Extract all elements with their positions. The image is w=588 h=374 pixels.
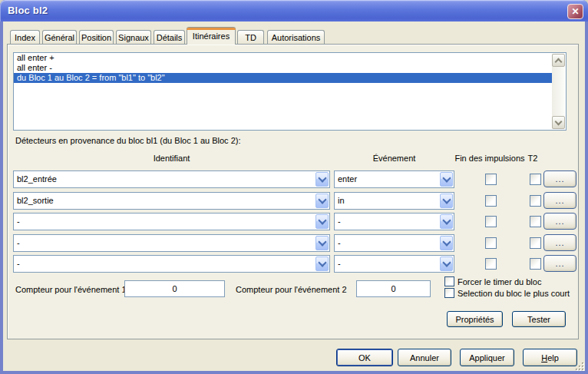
chevron-down-icon [318,195,326,204]
t2-checkbox-row-5[interactable] [530,258,541,270]
forcer-timer-checkbox[interactable] [444,276,454,286]
forcer-timer-label: Forcer le timer du bloc [458,277,541,286]
tab-autorisations[interactable]: Autorisations [267,30,325,44]
scroll-up-icon [555,58,563,65]
fin-impulsions-checkbox-row-3[interactable] [485,216,497,227]
column-header-identifiant: Identifiant [13,154,330,163]
counter1-input[interactable] [124,280,225,297]
list-item-selected[interactable]: du Bloc 1 au Bloc 2 = from "bl1" to "bl2… [14,73,552,83]
tab-itineraires[interactable]: Itinéraires [187,27,236,45]
evenement-combobox-row-1[interactable]: enter [334,170,454,188]
tab-td[interactable]: TD [237,30,264,44]
detectors-caption: Détecteurs en provenance du bloc bl1 (du… [15,136,241,145]
chevron-down-icon [318,216,326,224]
column-header-t2: T2 [524,154,541,163]
help-button[interactable]: Help [523,349,577,366]
t2-checkbox-row-1[interactable] [530,174,541,185]
scroll-up-button[interactable] [552,54,565,67]
selection-bloc-court-label: Selection du bloc le plus court [458,289,570,298]
annuler-button[interactable]: Annuler [398,349,451,366]
tester-button[interactable]: Tester [512,311,566,327]
chevron-down-icon [318,237,326,246]
chevron-down-icon [442,195,451,204]
more-button-row-4[interactable]: ... [543,234,576,251]
fin-impulsions-checkbox-row-2[interactable] [485,195,497,207]
list-item[interactable]: all enter + [14,53,552,63]
identifiant-combobox-row-5[interactable]: - [13,255,330,273]
title-bar: Bloc bl2 ✕ [0,0,588,22]
chevron-down-icon [442,216,451,224]
evenement-combobox-row-3[interactable]: - [334,213,454,230]
tab-details[interactable]: Détails [154,30,185,44]
identifiant-combobox-row-4[interactable]: - [13,234,330,252]
identifiant-combobox-row-1[interactable]: bl2_entrée [13,170,330,188]
fin-impulsions-checkbox-row-4[interactable] [485,237,497,249]
list-item[interactable]: all enter - [14,63,552,73]
chevron-down-icon [318,174,326,182]
selection-bloc-court-checkbox[interactable] [444,288,454,298]
evenement-combobox-row-2[interactable]: in [334,192,454,210]
evenement-combobox-row-4[interactable]: - [334,234,454,252]
resize-grip-icon[interactable] [574,361,584,371]
appliquer-button[interactable]: Appliquer [460,349,514,366]
tab-index[interactable]: Index [10,30,40,44]
more-button-row-1[interactable]: ... [543,170,576,187]
counter2-label: Compteur pour l'événement 2 [236,285,347,294]
identifiant-combobox-row-3[interactable]: - [13,213,330,230]
t2-checkbox-row-4[interactable] [530,237,541,249]
proprietes-button[interactable]: Propriétés [447,311,503,327]
chevron-down-icon [442,237,451,246]
evenement-combobox-row-5[interactable]: - [334,255,454,273]
window-title: Bloc bl2 [8,5,48,16]
column-header-fin-impulsions: Fin des impulsions [451,154,528,163]
close-icon: ✕ [571,6,579,17]
tab-general[interactable]: Général [42,30,77,44]
t2-checkbox-row-3[interactable] [530,216,541,227]
close-button[interactable]: ✕ [567,4,583,19]
more-button-row-5[interactable]: ... [543,255,576,272]
ok-button[interactable]: OK [336,349,393,366]
fin-impulsions-checkbox-row-1[interactable] [485,174,497,185]
dialog-window: Bloc bl2 ✕ Index Général Position Signau… [0,0,588,374]
chevron-down-icon [442,174,451,182]
vertical-scrollbar[interactable] [552,54,565,129]
counter2-input[interactable] [356,280,431,297]
t2-checkbox-row-2[interactable] [530,195,541,207]
counter1-label: Compteur pour l'événement 1 [15,285,127,294]
column-header-evenement: Événement [334,154,454,163]
routes-listbox[interactable]: all enter + all enter - du Bloc 1 au Blo… [13,52,567,131]
scroll-down-icon [555,118,563,126]
scroll-down-button[interactable] [552,116,565,129]
tab-position[interactable]: Position [79,30,114,44]
tab-signaux[interactable]: Signaux [116,30,151,44]
more-button-row-2[interactable]: ... [543,192,576,209]
chevron-down-icon [442,258,451,266]
identifiant-combobox-row-2[interactable]: bl2_sortie [13,192,330,210]
fin-impulsions-checkbox-row-5[interactable] [485,258,497,270]
chevron-down-icon [318,258,326,266]
more-button-row-3[interactable]: ... [543,213,576,230]
